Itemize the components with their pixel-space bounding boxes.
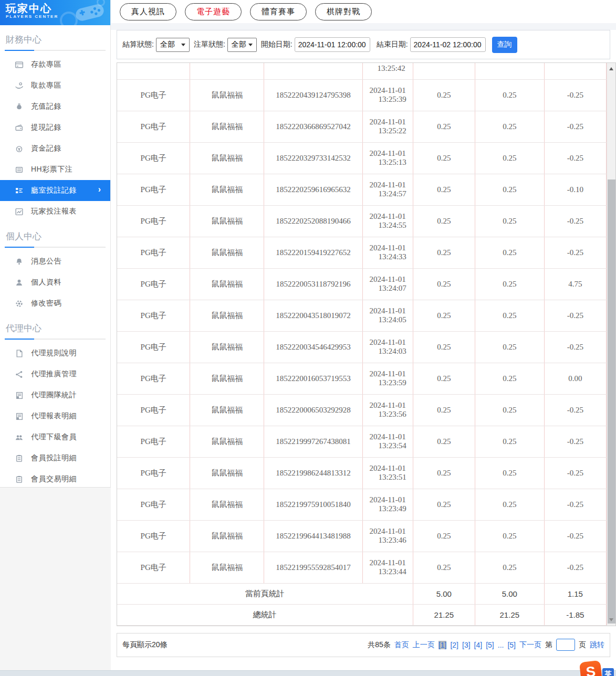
cell-bet: 0.25 — [413, 268, 475, 300]
page-link[interactable]: [5] — [507, 641, 516, 649]
cell-datetime: 2024-11-0113:24:55 — [362, 205, 413, 237]
list-icon — [15, 165, 24, 174]
next-page-link[interactable]: 下一页 — [519, 640, 541, 650]
total-summary-profit: -1.85 — [544, 604, 606, 625]
start-date-input[interactable] — [295, 37, 370, 52]
chevron-down-icon — [181, 44, 185, 46]
ime-language-indicator[interactable]: 英 — [602, 668, 614, 676]
cell-bet: 0.25 — [413, 363, 475, 394]
scrollbar-up-icon[interactable] — [609, 67, 613, 70]
sidebar-item-label: 資金記錄 — [31, 144, 61, 153]
cell-datetime: 2024-11-0113:24:33 — [362, 237, 413, 268]
page-links: [1][2][3][4][5]...[5] — [438, 641, 516, 649]
table-row: PG电子 鼠鼠福福 1852220366869527042 2024-11-01… — [117, 111, 607, 142]
cell-valid: 0.25 — [475, 552, 544, 583]
sidebar-item-withdraw[interactable]: 取款專區 — [0, 75, 110, 96]
search-button[interactable]: 查詢 — [492, 37, 517, 53]
table-row: PG电子 鼠鼠福福 1852219975910051840 2024-11-01… — [117, 489, 607, 520]
cell-game: 鼠鼠福福 — [190, 520, 264, 552]
cell-time: 13:23:51 — [365, 473, 411, 482]
gear-icon — [15, 299, 24, 308]
table-row: PG电子 鼠鼠福福 1852219997267438081 2024-11-01… — [117, 426, 607, 457]
page-link[interactable]: [2] — [450, 641, 458, 649]
end-date-input[interactable] — [410, 37, 486, 52]
chevron-down-icon — [248, 44, 253, 46]
cell-datetime: 2024-11-0113:23:44 — [362, 552, 413, 583]
cell-order: 1852220043518019072 — [264, 300, 362, 331]
sidebar-item-agent-downline-members[interactable]: 代理下級會員 — [0, 427, 110, 448]
sidebar-item-fund-records[interactable]: 資金記錄 — [0, 138, 110, 159]
settle-status-select[interactable]: 全部 — [156, 38, 190, 52]
report-icon — [15, 412, 24, 421]
room-records-icon — [15, 186, 24, 195]
cell-provider: PG电子 — [117, 363, 190, 394]
sidebar-item-agent-team-stats[interactable]: 代理團隊統計 — [0, 385, 110, 406]
jump-button[interactable]: 跳转 — [590, 640, 604, 650]
cell-profit: -0.25 — [544, 300, 606, 331]
sidebar-item-announcements[interactable]: 消息公告 — [0, 251, 110, 272]
page-link[interactable]: [4] — [474, 641, 483, 649]
cell-bet: 0.25 — [413, 426, 475, 457]
bell-icon — [15, 257, 24, 266]
cell-profit: -0.25 — [544, 394, 606, 426]
cell-game: 鼠鼠福福 — [190, 205, 264, 237]
cell-valid: 0.25 — [475, 363, 544, 394]
game-category-tab[interactable]: 電子遊藝 — [185, 3, 242, 20]
sidebar-item-profile[interactable]: 個人資料 — [0, 272, 110, 293]
page-link[interactable]: [5] — [486, 641, 494, 649]
page-link[interactable]: [3] — [462, 641, 471, 649]
sidebar-item-recharge-records[interactable]: 充值記錄 — [0, 96, 110, 117]
sidebar-item-label: 代理報表明細 — [31, 411, 77, 421]
cell-date: 2024-11-01 — [365, 338, 411, 347]
cell-date: 2024-11-01 — [365, 432, 411, 441]
order-status-value: 全部 — [232, 40, 246, 49]
table-row: PG电子 鼠鼠福福 1852220034546429953 2024-11-01… — [117, 331, 607, 363]
cell-provider: PG电子 — [117, 331, 190, 363]
cell-bet: 0.25 — [413, 552, 475, 583]
game-category-tab[interactable]: 真人視訊 — [120, 3, 176, 20]
page-summary-row: 當前頁統計 5.00 5.00 1.15 — [117, 583, 607, 604]
order-status-select[interactable]: 全部 — [227, 38, 257, 52]
sidebar-item-agent-rules[interactable]: 代理規則說明 — [0, 343, 110, 364]
cell-provider: PG电子 — [117, 552, 190, 583]
gamepad-icon — [72, 1, 107, 25]
ime-sogou-icon[interactable]: S — [579, 660, 602, 676]
page-link[interactable]: [1] — [438, 641, 447, 649]
vertical-scrollbar[interactable] — [607, 63, 615, 626]
bet-records-table: 13:25:42 PG电子 鼠鼠福福 1852220439124795398 2… — [117, 63, 607, 626]
game-category-tab[interactable]: 棋牌對戰 — [315, 3, 372, 20]
table-row: PG电子 鼠鼠福福 1852220159419227652 2024-11-01… — [117, 237, 607, 268]
total-summary-bet: 21.25 — [413, 604, 475, 625]
sidebar-item-player-bet-report[interactable]: 玩家投注報表 — [0, 201, 110, 222]
sidebar-item-member-transaction-details[interactable]: 會員交易明細 — [0, 469, 110, 488]
cell-provider: PG电子 — [117, 205, 190, 237]
sidebar-item-change-password[interactable]: 修改密碼 — [0, 293, 110, 314]
first-page-link[interactable]: 首页 — [394, 640, 409, 650]
scrollbar-thumb[interactable] — [608, 179, 615, 624]
cell-datetime: 2024-11-0113:25:39 — [362, 79, 413, 111]
sidebar-item-agent-promotion[interactable]: 代理推廣管理 — [0, 364, 110, 385]
game-category-tab[interactable]: 體育賽事 — [250, 3, 307, 20]
page-summary-bet: 5.00 — [413, 583, 475, 604]
document-icon — [15, 349, 24, 358]
sidebar-item-withdraw-records[interactable]: 提現記錄 — [0, 117, 110, 138]
cell-game: 鼠鼠福福 — [190, 111, 264, 142]
cell-order: 1852220034546429953 — [264, 331, 362, 363]
sidebar-item-room-bet-records[interactable]: 廳室投註記錄 › — [0, 180, 110, 201]
cell-time: 13:25:39 — [365, 95, 411, 104]
page-link[interactable]: ... — [498, 641, 504, 649]
prev-page-link[interactable]: 上一页 — [413, 640, 435, 650]
sidebar-item-deposit[interactable]: 存款專區 — [0, 54, 110, 75]
cell-valid: 0.25 — [475, 268, 544, 300]
cell-valid: 0.25 — [475, 79, 544, 111]
page-jump-input[interactable] — [556, 639, 575, 651]
sidebar-item-agent-report-details[interactable]: 代理報表明細 — [0, 406, 110, 427]
scrollbar-down-icon[interactable] — [609, 618, 613, 621]
sidebar-item-lottery-bets[interactable]: HH彩票下注 — [0, 159, 110, 180]
per-page-label: 每頁顯示20條 — [122, 640, 168, 650]
cell-valid: 0.25 — [475, 300, 544, 331]
cell-valid: 0.25 — [475, 426, 544, 457]
cell-datetime: 2024-11-0113:24:07 — [362, 268, 413, 300]
cell-datetime: 13:25:42 — [362, 63, 413, 79]
sidebar-item-member-bet-details[interactable]: 會員投註明細 — [0, 448, 110, 469]
